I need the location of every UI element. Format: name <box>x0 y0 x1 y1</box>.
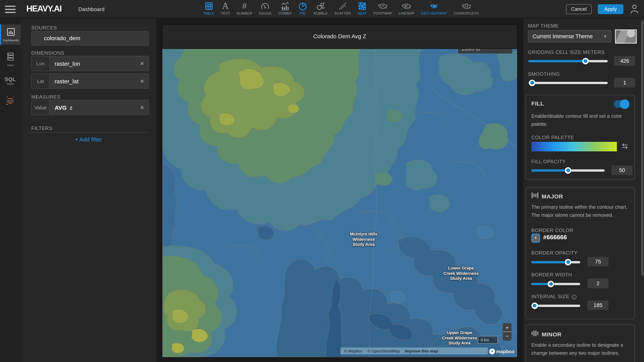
slider-thumb[interactable] <box>529 80 536 86</box>
chart-type-text[interactable]: A TEXT <box>221 1 230 15</box>
slider-thumb[interactable] <box>565 259 571 265</box>
reverse-palette-icon[interactable] <box>621 143 629 151</box>
jupyter-icon: jupyter <box>5 101 15 107</box>
nav-item-dashboards[interactable]: Dashboards <box>0 25 21 45</box>
minor-isoline-card: MINOR Enable a secondary isoline to desi… <box>526 324 635 362</box>
contour-map-canvas[interactable]: Zoom to McIntyre Hills Wilderness Study … <box>162 49 517 357</box>
sources-label: SOURCES <box>31 25 57 31</box>
cancel-button[interactable]: Cancel <box>566 4 592 14</box>
chart-type-choropleth[interactable]: CHOROPLETH <box>454 1 479 15</box>
fill-opacity-value[interactable]: 50 <box>612 166 632 175</box>
measures-label: MEASURES <box>31 94 60 100</box>
filters-divider <box>29 132 148 133</box>
user-profile-icon[interactable] <box>630 4 639 15</box>
svg-text:jupyter: jupyter <box>6 99 14 102</box>
nav-rail: Dashboards Data SQL Editor jupyter <box>0 18 21 362</box>
border-color-label: BORDER COLOR <box>531 227 574 233</box>
chart-type-geo-heatmap[interactable]: GEO HEATMAP <box>421 1 447 15</box>
dimensions-label: DIMENSIONS <box>31 50 64 56</box>
chart-type-table[interactable]: TABLE <box>203 1 214 15</box>
slider-fill <box>531 169 568 171</box>
dimension-lat-field[interactable]: Lat raster_lat ✕ <box>31 73 149 89</box>
remove-measure-icon[interactable]: ✕ <box>136 100 148 115</box>
smoothing-slider[interactable] <box>528 80 608 86</box>
zoom-out-button[interactable]: − <box>503 332 511 340</box>
info-icon[interactable]: i <box>572 295 576 299</box>
geo-heatmap-icon <box>429 1 439 11</box>
aggregate-label: AVG <box>54 104 67 111</box>
dimension-slot-label: Lon <box>32 56 50 71</box>
smoothing-label: SMOOTHING <box>528 71 560 77</box>
map-area-label: Lower Grape Creek Wilderness Study Area <box>444 266 478 281</box>
fill-opacity-slider[interactable] <box>531 167 605 174</box>
chart-type-scatter[interactable]: SCATTER <box>334 1 351 15</box>
major-isoline-icon <box>531 192 538 200</box>
scatter-icon <box>338 1 347 11</box>
zoom-in-button[interactable]: + <box>503 323 511 332</box>
mapbox-attribution-link[interactable]: © Mapbox <box>344 349 362 353</box>
map-scale: 3 km <box>478 336 498 344</box>
map-theme-select[interactable]: Current Immerse Theme ▼ <box>528 30 612 43</box>
app-window: HEAVY.AI Dashboard TABLE A TEXT # NUMBER… <box>0 0 644 362</box>
slider-thumb[interactable] <box>532 302 538 309</box>
slider-track[interactable] <box>528 82 608 84</box>
gauge-icon <box>261 1 270 11</box>
fill-toggle[interactable] <box>614 100 628 108</box>
add-filter-button[interactable]: + Add filter <box>21 136 156 143</box>
border-opacity-value[interactable]: 75 <box>588 257 608 266</box>
database-icon <box>6 56 14 62</box>
mapbox-logo[interactable]: ✦ mapbox <box>489 349 514 354</box>
number-icon: # <box>241 1 248 11</box>
osm-attribution-link[interactable]: © OpenStreetMap <box>368 349 400 353</box>
interval-size-value[interactable]: 185 <box>588 300 608 310</box>
chart-type-number[interactable]: # NUMBER <box>237 1 252 15</box>
interval-size-slider[interactable] <box>531 302 580 309</box>
color-palette-bar[interactable] <box>531 142 617 151</box>
chart-type-combo[interactable]: COMBO <box>278 1 292 15</box>
chart-type-gauge[interactable]: GAUGE <box>259 1 272 15</box>
remove-dimension-icon[interactable]: ✕ <box>136 74 148 88</box>
nav-item-data[interactable]: Data <box>0 51 21 67</box>
slider-thumb[interactable] <box>548 281 554 287</box>
toggle-knob[interactable] <box>620 99 630 109</box>
hamburger-menu-icon[interactable] <box>5 6 16 13</box>
measure-value-field[interactable]: Value AVGz ✕ <box>31 100 149 115</box>
border-opacity-slider[interactable] <box>531 259 580 265</box>
major-title: MAJOR <box>542 193 563 199</box>
border-width-value[interactable]: 2 <box>588 279 608 288</box>
chart-type-linemap[interactable]: LINEMAP <box>398 1 414 15</box>
zoom-to-button[interactable]: Zoom to <box>458 49 512 54</box>
slider-thumb[interactable] <box>582 58 589 64</box>
color-palette-label: COLOR PALETTE <box>531 135 574 140</box>
border-width-label: BORDER WIDTH <box>531 272 572 277</box>
chart-type-pointmap[interactable]: POINTMAP <box>373 1 392 15</box>
major-isoline-card: MAJOR The primary isoline within the con… <box>526 187 635 319</box>
gridding-slider[interactable] <box>528 58 608 64</box>
bubble-icon <box>316 1 325 11</box>
chart-type-bubble[interactable]: BUBBLE <box>314 1 328 15</box>
contour-terrain <box>162 49 517 357</box>
border-color-swatch[interactable]: ▼ <box>531 234 540 243</box>
source-input[interactable]: colorado_dem <box>31 31 149 46</box>
apply-button[interactable]: Apply <box>598 4 623 14</box>
dimension-value[interactable]: raster_lon <box>50 56 136 71</box>
smoothing-value[interactable]: 1 <box>614 78 635 88</box>
improve-map-link[interactable]: Improve this map <box>405 349 438 353</box>
map-theme-thumbnail[interactable] <box>615 30 637 44</box>
dimension-slot-label: Lat <box>32 74 50 88</box>
gridding-value[interactable]: 426 <box>614 56 635 66</box>
nav-item-sql-editor[interactable]: SQL Editor <box>0 77 21 90</box>
dimension-lon-field[interactable]: Lon raster_lon ✕ <box>31 56 149 71</box>
app-logo: HEAVY.AI <box>26 4 62 14</box>
heat-icon <box>358 1 366 11</box>
settings-scrollbar[interactable] <box>641 21 643 276</box>
dimension-value[interactable]: raster_lat <box>50 74 136 88</box>
slider-track[interactable] <box>531 305 580 307</box>
chart-type-pie[interactable]: PIE <box>298 1 307 15</box>
nav-item-jupyter[interactable]: jupyter <box>0 95 21 108</box>
border-width-slider[interactable] <box>531 281 580 287</box>
slider-thumb[interactable] <box>565 167 571 174</box>
remove-dimension-icon[interactable]: ✕ <box>136 56 148 71</box>
measure-value[interactable]: AVGz <box>50 100 136 115</box>
chart-type-heat[interactable]: HEAT <box>357 1 367 15</box>
